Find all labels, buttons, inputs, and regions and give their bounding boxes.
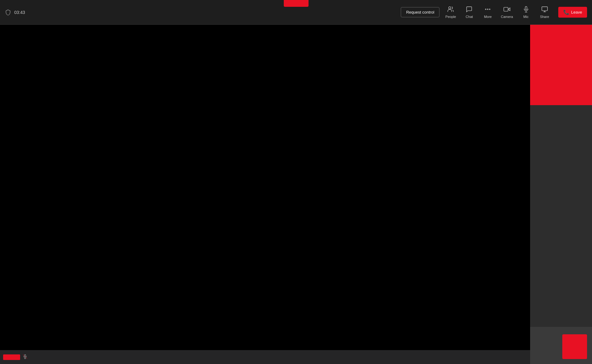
chat-label: Chat: [466, 15, 473, 19]
chat-button[interactable]: Chat: [460, 4, 478, 20]
topbar-left: 03:43: [5, 9, 25, 15]
recording-indicator: [284, 0, 309, 7]
participant-video-small: [562, 334, 587, 359]
svg-point-3: [489, 9, 490, 10]
participant-video-large: [530, 25, 592, 105]
toolbar-controls: People Chat: [442, 4, 553, 20]
video-area: [0, 25, 530, 364]
chat-icon: [466, 6, 473, 14]
people-label: People: [445, 15, 456, 19]
sidebar-middle: [530, 105, 592, 327]
share-icon: [541, 6, 548, 14]
svg-rect-8: [542, 7, 547, 11]
more-button[interactable]: More: [479, 4, 496, 20]
leave-button[interactable]: 📞 Leave: [558, 7, 587, 18]
request-control-button[interactable]: Request control: [401, 7, 439, 17]
camera-label: Camera: [501, 15, 513, 19]
shield-icon: [5, 9, 11, 15]
svg-rect-5: [525, 6, 527, 10]
share-label: Share: [540, 15, 549, 19]
mic-button[interactable]: Mic: [517, 4, 535, 20]
svg-point-2: [487, 9, 488, 10]
participant-small-area: [530, 327, 592, 364]
call-timer: 03:43: [14, 10, 25, 15]
right-sidebar: [530, 25, 592, 364]
main-video: [0, 25, 530, 350]
more-icon: [484, 6, 491, 14]
svg-rect-4: [504, 7, 508, 11]
camera-icon: [503, 6, 510, 14]
mic-label: Mic: [523, 15, 529, 19]
bottom-bar: [0, 350, 530, 364]
camera-button[interactable]: Camera: [498, 4, 516, 20]
svg-point-1: [486, 9, 486, 10]
people-icon: [447, 6, 454, 14]
main-area: [0, 25, 592, 364]
topbar-right: Request control People: [401, 4, 587, 20]
mic-icon: [523, 6, 529, 14]
leave-label: Leave: [571, 10, 582, 15]
participant-name-tag: [3, 354, 20, 360]
more-label: More: [484, 15, 492, 19]
people-button[interactable]: People: [442, 4, 459, 20]
share-button[interactable]: Share: [536, 4, 553, 20]
svg-point-0: [449, 7, 451, 9]
leave-phone-icon: 📞: [563, 9, 569, 15]
mic-muted-icon: [23, 354, 28, 360]
